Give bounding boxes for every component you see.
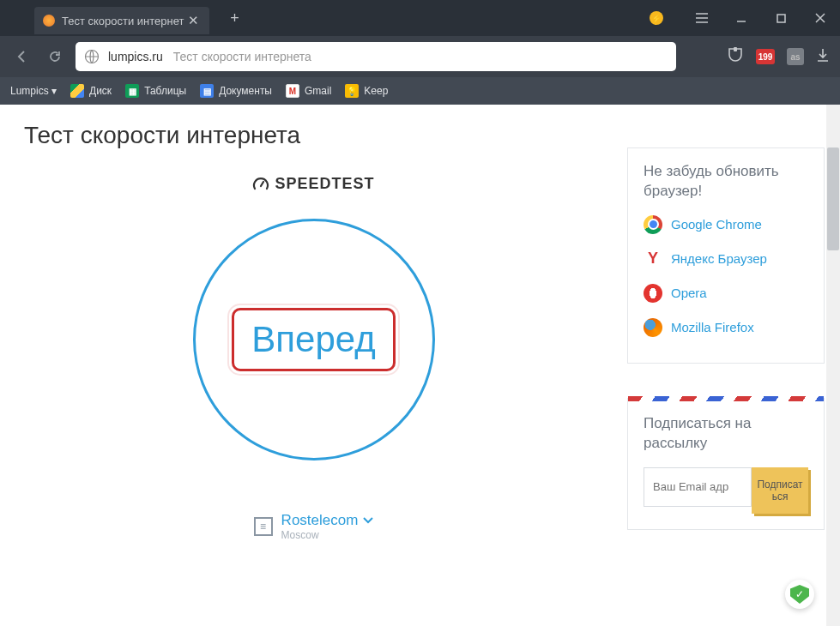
bookmark-drive[interactable]: Диск xyxy=(70,84,112,98)
yandex-icon: Y xyxy=(644,250,662,268)
shield-icon: ✓ xyxy=(790,585,809,604)
start-label: Вперед xyxy=(251,319,375,359)
reload-button[interactable] xyxy=(43,45,67,69)
email-field[interactable] xyxy=(644,467,752,507)
isp-name: Rostelecom xyxy=(281,512,359,529)
update-title: Не забудь обновить браузер! xyxy=(644,162,808,202)
start-highlight: Вперед xyxy=(232,308,395,371)
bookmarks-bar: Lumpics ▾ Диск ▦Таблицы ▤Документы MGmai… xyxy=(0,77,840,105)
page-content: Тест скорости интернета SPEEDTEST Вперед… xyxy=(0,105,840,626)
subscribe-title: Подписаться на рассылку xyxy=(644,414,808,454)
sidebar: Не забудь обновить браузер! Google Chrom… xyxy=(627,105,840,626)
extension-lastfm-icon[interactable]: as xyxy=(787,48,804,65)
browser-link-firefox[interactable]: Mozilla Firefox xyxy=(644,318,808,337)
tab-title: Тест скорости интернет xyxy=(62,15,184,27)
url-path: Тест скорости интернета xyxy=(173,50,311,63)
minimize-button[interactable] xyxy=(722,0,761,36)
close-window-button[interactable] xyxy=(801,0,840,36)
security-shield-button[interactable]: ✓ xyxy=(785,580,814,609)
address-bar: lumpics.ru Тест скорости интернета 199 a… xyxy=(0,36,840,77)
speedtest-brand: SPEEDTEST xyxy=(24,175,603,193)
browser-link-chrome[interactable]: Google Chrome xyxy=(644,215,808,234)
docs-icon: ▤ xyxy=(200,84,214,98)
browser-tab[interactable]: Тест скорости интернет ✕ xyxy=(34,7,209,34)
globe-icon xyxy=(84,49,100,64)
bookmark-keep[interactable]: 💡Keep xyxy=(345,84,388,98)
extension-badge[interactable]: 199 xyxy=(756,49,775,64)
gauge-icon xyxy=(252,176,269,193)
isp-icon: ≡ xyxy=(254,517,273,536)
subscribe-button[interactable]: Подписаться xyxy=(752,467,808,514)
isp-selector[interactable]: ≡ Rostelecom Moscow xyxy=(24,512,603,541)
chevron-down-icon xyxy=(363,517,373,524)
menu-button[interactable] xyxy=(682,0,722,36)
downloads-button[interactable] xyxy=(816,48,830,65)
pocket-icon[interactable] xyxy=(727,47,744,66)
new-tab-button[interactable]: + xyxy=(225,8,245,28)
drive-icon xyxy=(70,84,84,98)
scrollbar[interactable] xyxy=(826,105,840,626)
window-titlebar: Тест скорости интернет ✕ + ⚡ xyxy=(0,0,840,36)
subscribe-box: Подписаться на рассылку Подписаться xyxy=(627,398,825,530)
bookmark-lumpics[interactable]: Lumpics ▾ xyxy=(10,85,57,97)
opera-icon xyxy=(644,284,662,303)
start-test-button[interactable]: Вперед xyxy=(193,219,435,460)
svg-rect-2 xyxy=(734,47,737,51)
sheets-icon: ▦ xyxy=(125,84,139,98)
bookmark-gmail[interactable]: MGmail xyxy=(286,84,331,98)
isp-city: Moscow xyxy=(281,529,374,541)
browser-link-opera[interactable]: Opera xyxy=(644,284,808,303)
back-button[interactable] xyxy=(10,45,34,69)
keep-icon: 💡 xyxy=(345,84,359,98)
update-browser-box: Не забудь обновить браузер! Google Chrom… xyxy=(627,147,825,364)
page-title: Тест скорости интернета xyxy=(24,122,603,149)
firefox-icon xyxy=(644,318,662,337)
scrollbar-thumb[interactable] xyxy=(827,147,839,250)
notification-icon[interactable]: ⚡ xyxy=(650,11,663,25)
gmail-icon: M xyxy=(286,84,299,98)
svg-rect-0 xyxy=(777,15,785,22)
bookmark-sheets[interactable]: ▦Таблицы xyxy=(125,84,186,98)
tab-close-button[interactable]: ✕ xyxy=(184,13,202,28)
url-input[interactable]: lumpics.ru Тест скорости интернета xyxy=(76,42,676,71)
maximize-button[interactable] xyxy=(761,0,801,36)
browser-link-yandex[interactable]: YЯндекс Браузер xyxy=(644,250,808,268)
url-host: lumpics.ru xyxy=(108,50,163,63)
tab-favicon-icon xyxy=(43,15,55,27)
chrome-icon xyxy=(644,215,662,234)
bookmark-docs[interactable]: ▤Документы xyxy=(200,84,272,98)
